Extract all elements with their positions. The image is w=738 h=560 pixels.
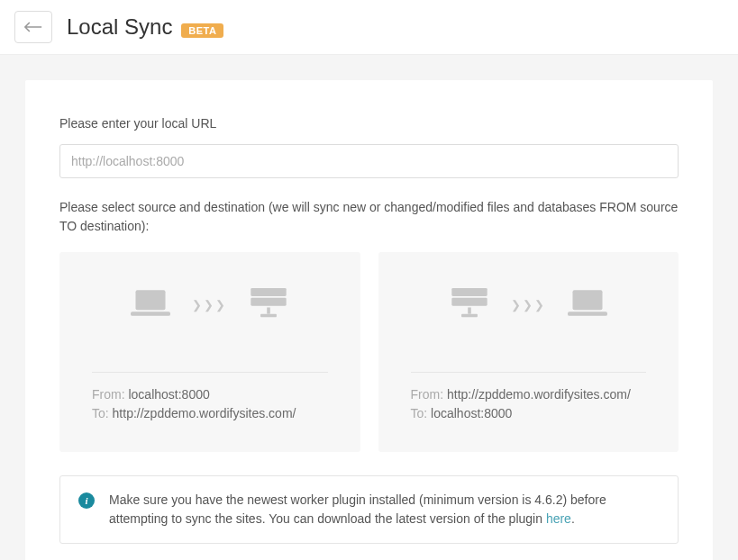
option-local-to-remote[interactable]: ❯❯❯ From: localhost:8000 To: http://zpdd… xyxy=(59,252,360,452)
back-button[interactable] xyxy=(14,11,52,43)
back-arrow-icon xyxy=(24,21,42,33)
svg-rect-4 xyxy=(267,307,270,313)
svg-rect-7 xyxy=(451,298,487,306)
server-icon xyxy=(249,288,288,321)
from-value: http://zpddemo.wordifysites.com/ xyxy=(447,387,631,402)
svg-rect-2 xyxy=(251,288,287,296)
svg-rect-0 xyxy=(136,290,166,310)
info-box: i Make sure you have the newest worker p… xyxy=(59,475,679,544)
page-header: Local Sync BETA xyxy=(0,0,738,55)
info-text-after: . xyxy=(571,511,575,526)
svg-rect-3 xyxy=(251,298,287,306)
content-wrap: Please enter your local URL Please selec… xyxy=(0,55,738,560)
svg-rect-10 xyxy=(572,290,602,310)
laptop-icon xyxy=(568,288,607,321)
divider xyxy=(411,372,647,373)
info-link[interactable]: here xyxy=(546,511,571,526)
url-input[interactable] xyxy=(59,144,679,178)
laptop-icon xyxy=(131,288,170,321)
to-label: To: xyxy=(92,406,109,420)
svg-rect-9 xyxy=(461,314,478,318)
to-value: http://zpddemo.wordifysites.com/ xyxy=(113,406,296,420)
from-label: From: xyxy=(92,387,125,402)
from-to: From: localhost:8000 To: http://zpddemo.… xyxy=(92,385,328,423)
server-icon xyxy=(450,288,489,321)
page-title: Local Sync xyxy=(67,14,172,39)
url-label: Please enter your local URL xyxy=(59,114,679,133)
chevron-right-icon: ❯❯❯ xyxy=(511,298,546,312)
chevron-right-icon: ❯❯❯ xyxy=(192,298,227,312)
beta-badge: BETA xyxy=(181,23,223,38)
svg-rect-6 xyxy=(451,288,487,296)
divider xyxy=(92,372,328,373)
title-wrap: Local Sync BETA xyxy=(67,14,223,40)
from-label: From: xyxy=(411,387,444,402)
from-value: localhost:8000 xyxy=(128,387,209,402)
option-remote-to-local[interactable]: ❯❯❯ From: http://zpddemo.wordifysites.co… xyxy=(378,252,679,452)
options-row: ❯❯❯ From: localhost:8000 To: http://zpdd… xyxy=(59,252,679,452)
info-text: Make sure you have the newest worker plu… xyxy=(109,491,660,528)
info-text-before: Make sure you have the newest worker plu… xyxy=(109,492,606,526)
svg-rect-1 xyxy=(131,312,170,316)
from-to: From: http://zpddemo.wordifysites.com/ T… xyxy=(411,385,647,423)
select-label: Please select source and destination (we… xyxy=(59,198,679,236)
svg-rect-5 xyxy=(260,314,277,318)
icon-row: ❯❯❯ xyxy=(411,288,647,321)
svg-rect-8 xyxy=(468,307,471,313)
info-icon: i xyxy=(78,492,95,509)
to-label: To: xyxy=(411,406,428,420)
to-value: localhost:8000 xyxy=(431,406,512,420)
svg-rect-11 xyxy=(568,312,607,316)
icon-row: ❯❯❯ xyxy=(92,288,328,321)
main-card: Please enter your local URL Please selec… xyxy=(25,80,713,560)
